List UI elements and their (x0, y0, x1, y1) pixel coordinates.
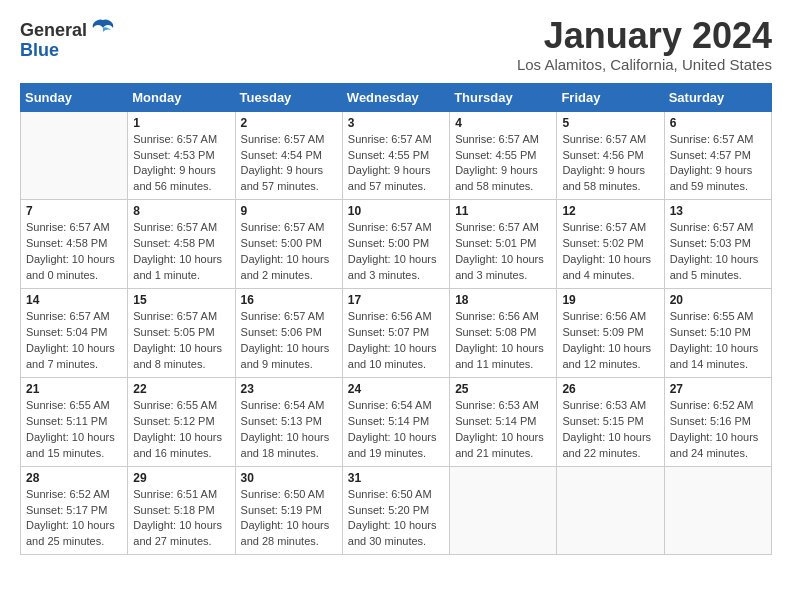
calendar-week-5: 28Sunrise: 6:52 AMSunset: 5:17 PMDayligh… (21, 466, 772, 555)
day-info: Sunrise: 6:55 AMSunset: 5:10 PMDaylight:… (670, 309, 766, 373)
calendar-cell (664, 466, 771, 555)
day-number: 13 (670, 204, 766, 218)
calendar-cell: 6Sunrise: 6:57 AMSunset: 4:57 PMDaylight… (664, 111, 771, 200)
day-number: 23 (241, 382, 337, 396)
header: General Blue January 2024 Los Alamitos, … (20, 16, 772, 73)
day-info: Sunrise: 6:54 AMSunset: 5:13 PMDaylight:… (241, 398, 337, 462)
calendar-cell: 7Sunrise: 6:57 AMSunset: 4:58 PMDaylight… (21, 200, 128, 289)
weekday-header-monday: Monday (128, 83, 235, 111)
calendar-cell: 15Sunrise: 6:57 AMSunset: 5:05 PMDayligh… (128, 289, 235, 378)
day-number: 26 (562, 382, 658, 396)
calendar-cell: 14Sunrise: 6:57 AMSunset: 5:04 PMDayligh… (21, 289, 128, 378)
weekday-header-thursday: Thursday (450, 83, 557, 111)
day-info: Sunrise: 6:57 AMSunset: 4:53 PMDaylight:… (133, 132, 229, 196)
calendar-cell: 31Sunrise: 6:50 AMSunset: 5:20 PMDayligh… (342, 466, 449, 555)
day-info: Sunrise: 6:57 AMSunset: 4:55 PMDaylight:… (348, 132, 444, 196)
day-info: Sunrise: 6:52 AMSunset: 5:16 PMDaylight:… (670, 398, 766, 462)
day-info: Sunrise: 6:57 AMSunset: 4:57 PMDaylight:… (670, 132, 766, 196)
day-number: 11 (455, 204, 551, 218)
day-info: Sunrise: 6:56 AMSunset: 5:09 PMDaylight:… (562, 309, 658, 373)
calendar-cell: 9Sunrise: 6:57 AMSunset: 5:00 PMDaylight… (235, 200, 342, 289)
calendar-subtitle: Los Alamitos, California, United States (517, 56, 772, 73)
day-number: 3 (348, 116, 444, 130)
day-number: 19 (562, 293, 658, 307)
logo-blue-text: Blue (20, 40, 59, 61)
day-number: 2 (241, 116, 337, 130)
calendar-cell: 11Sunrise: 6:57 AMSunset: 5:01 PMDayligh… (450, 200, 557, 289)
day-number: 9 (241, 204, 337, 218)
day-number: 25 (455, 382, 551, 396)
day-info: Sunrise: 6:57 AMSunset: 4:56 PMDaylight:… (562, 132, 658, 196)
day-number: 31 (348, 471, 444, 485)
calendar-cell: 3Sunrise: 6:57 AMSunset: 4:55 PMDaylight… (342, 111, 449, 200)
day-info: Sunrise: 6:57 AMSunset: 5:00 PMDaylight:… (241, 220, 337, 284)
calendar-cell: 16Sunrise: 6:57 AMSunset: 5:06 PMDayligh… (235, 289, 342, 378)
calendar-cell (450, 466, 557, 555)
calendar-cell: 23Sunrise: 6:54 AMSunset: 5:13 PMDayligh… (235, 377, 342, 466)
calendar-cell: 10Sunrise: 6:57 AMSunset: 5:00 PMDayligh… (342, 200, 449, 289)
day-number: 21 (26, 382, 122, 396)
calendar-cell: 29Sunrise: 6:51 AMSunset: 5:18 PMDayligh… (128, 466, 235, 555)
day-info: Sunrise: 6:51 AMSunset: 5:18 PMDaylight:… (133, 487, 229, 551)
calendar-cell: 4Sunrise: 6:57 AMSunset: 4:55 PMDaylight… (450, 111, 557, 200)
logo-bird-icon (89, 16, 117, 44)
day-info: Sunrise: 6:53 AMSunset: 5:15 PMDaylight:… (562, 398, 658, 462)
weekday-header-sunday: Sunday (21, 83, 128, 111)
day-info: Sunrise: 6:56 AMSunset: 5:08 PMDaylight:… (455, 309, 551, 373)
weekday-header-friday: Friday (557, 83, 664, 111)
calendar-cell: 21Sunrise: 6:55 AMSunset: 5:11 PMDayligh… (21, 377, 128, 466)
weekday-header-saturday: Saturday (664, 83, 771, 111)
day-info: Sunrise: 6:57 AMSunset: 5:05 PMDaylight:… (133, 309, 229, 373)
calendar-cell: 25Sunrise: 6:53 AMSunset: 5:14 PMDayligh… (450, 377, 557, 466)
day-info: Sunrise: 6:56 AMSunset: 5:07 PMDaylight:… (348, 309, 444, 373)
weekday-header-wednesday: Wednesday (342, 83, 449, 111)
calendar-cell: 24Sunrise: 6:54 AMSunset: 5:14 PMDayligh… (342, 377, 449, 466)
day-number: 18 (455, 293, 551, 307)
calendar-cell: 20Sunrise: 6:55 AMSunset: 5:10 PMDayligh… (664, 289, 771, 378)
calendar-week-2: 7Sunrise: 6:57 AMSunset: 4:58 PMDaylight… (21, 200, 772, 289)
weekday-header-tuesday: Tuesday (235, 83, 342, 111)
logo-general-text: General (20, 20, 87, 41)
day-info: Sunrise: 6:57 AMSunset: 4:54 PMDaylight:… (241, 132, 337, 196)
calendar-cell (557, 466, 664, 555)
calendar-cell: 26Sunrise: 6:53 AMSunset: 5:15 PMDayligh… (557, 377, 664, 466)
calendar-table: SundayMondayTuesdayWednesdayThursdayFrid… (20, 83, 772, 556)
calendar-week-4: 21Sunrise: 6:55 AMSunset: 5:11 PMDayligh… (21, 377, 772, 466)
calendar-cell: 13Sunrise: 6:57 AMSunset: 5:03 PMDayligh… (664, 200, 771, 289)
calendar-cell: 8Sunrise: 6:57 AMSunset: 4:58 PMDaylight… (128, 200, 235, 289)
calendar-cell: 27Sunrise: 6:52 AMSunset: 5:16 PMDayligh… (664, 377, 771, 466)
calendar-cell (21, 111, 128, 200)
calendar-week-1: 1Sunrise: 6:57 AMSunset: 4:53 PMDaylight… (21, 111, 772, 200)
day-info: Sunrise: 6:54 AMSunset: 5:14 PMDaylight:… (348, 398, 444, 462)
day-number: 6 (670, 116, 766, 130)
day-number: 17 (348, 293, 444, 307)
calendar-title: January 2024 (517, 16, 772, 56)
calendar-week-3: 14Sunrise: 6:57 AMSunset: 5:04 PMDayligh… (21, 289, 772, 378)
day-number: 4 (455, 116, 551, 130)
logo: General Blue (20, 16, 117, 61)
day-number: 8 (133, 204, 229, 218)
title-area: January 2024 Los Alamitos, California, U… (517, 16, 772, 73)
day-info: Sunrise: 6:57 AMSunset: 5:04 PMDaylight:… (26, 309, 122, 373)
day-number: 5 (562, 116, 658, 130)
calendar-cell: 1Sunrise: 6:57 AMSunset: 4:53 PMDaylight… (128, 111, 235, 200)
day-number: 12 (562, 204, 658, 218)
calendar-cell: 5Sunrise: 6:57 AMSunset: 4:56 PMDaylight… (557, 111, 664, 200)
day-number: 29 (133, 471, 229, 485)
day-info: Sunrise: 6:52 AMSunset: 5:17 PMDaylight:… (26, 487, 122, 551)
day-number: 15 (133, 293, 229, 307)
day-number: 24 (348, 382, 444, 396)
day-number: 7 (26, 204, 122, 218)
day-info: Sunrise: 6:57 AMSunset: 4:55 PMDaylight:… (455, 132, 551, 196)
calendar-cell: 19Sunrise: 6:56 AMSunset: 5:09 PMDayligh… (557, 289, 664, 378)
day-info: Sunrise: 6:50 AMSunset: 5:20 PMDaylight:… (348, 487, 444, 551)
day-info: Sunrise: 6:55 AMSunset: 5:12 PMDaylight:… (133, 398, 229, 462)
day-info: Sunrise: 6:50 AMSunset: 5:19 PMDaylight:… (241, 487, 337, 551)
day-number: 28 (26, 471, 122, 485)
day-number: 10 (348, 204, 444, 218)
calendar-cell: 18Sunrise: 6:56 AMSunset: 5:08 PMDayligh… (450, 289, 557, 378)
calendar-cell: 17Sunrise: 6:56 AMSunset: 5:07 PMDayligh… (342, 289, 449, 378)
day-info: Sunrise: 6:57 AMSunset: 4:58 PMDaylight:… (133, 220, 229, 284)
day-info: Sunrise: 6:57 AMSunset: 5:01 PMDaylight:… (455, 220, 551, 284)
day-info: Sunrise: 6:57 AMSunset: 5:02 PMDaylight:… (562, 220, 658, 284)
